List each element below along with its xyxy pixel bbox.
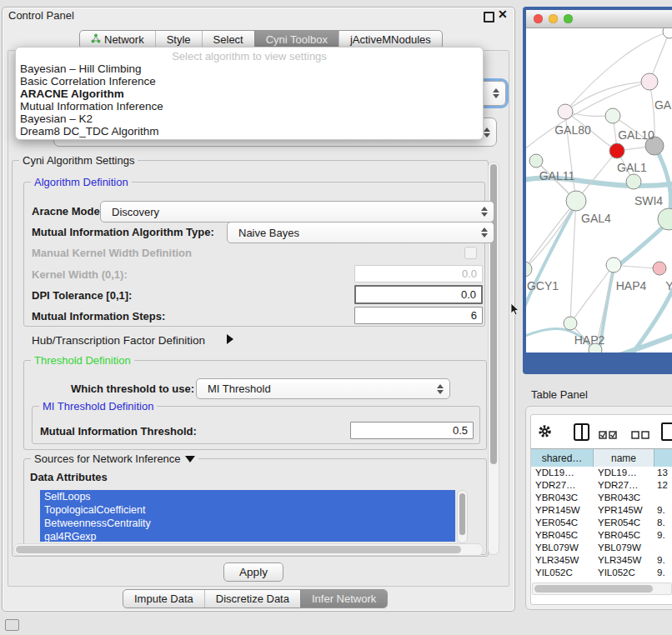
network-edge[interactable] [565,82,649,112]
table-cell[interactable]: YDL19… [535,468,574,478]
chevron-down-icon[interactable] [185,456,195,462]
file-icon[interactable] [661,422,672,441]
window-minimize-icon[interactable] [549,14,558,23]
table-cell[interactable]: YER054C [598,518,640,528]
tab-network[interactable]: Network [80,31,155,48]
select-all-checkboxes-icon[interactable] [599,428,618,442]
mi-steps-input[interactable]: 6 [354,307,483,324]
list-item-topologicalcoefficient[interactable]: TopologicalCoefficient [40,503,455,517]
table-cell[interactable]: YBR045C [598,530,640,540]
network-node[interactable] [526,262,532,277]
network-canvas[interactable]: GALGAL80GAL10GAL1GAL11SWI4GAL4GCY1HAP4YH… [526,28,672,352]
gear-icon[interactable] [538,424,552,442]
network-node[interactable] [626,174,641,189]
column-header-name[interactable]: name [594,448,654,468]
table-cell[interactable]: YDR27… [598,480,639,490]
tab-impute-data[interactable]: Impute Data [123,590,204,608]
table-cell[interactable]: 9. [657,530,665,540]
attributes-list-scrollbar-thumb[interactable] [459,493,465,535]
data-attributes-list[interactable]: SelfLoops TopologicalCoefficient Between… [40,490,455,542]
list-item-betweennesscentrality[interactable]: BetweennessCentrality [40,517,455,530]
tab-cyni-toolbox[interactable]: Cyni Toolbox [254,31,339,48]
table-cell[interactable]: YDR27… [535,480,576,490]
table-cell[interactable]: 9. [657,568,665,578]
column-header-partial[interactable] [654,448,672,468]
popup-item-mutual-information[interactable]: Mutual Information Inference [20,100,479,112]
dpi-tolerance-input[interactable]: 0.0 [354,285,483,304]
apply-button[interactable]: Apply [223,562,283,582]
network-node[interactable] [609,143,624,158]
table-cell[interactable]: 13 [657,468,668,478]
table-cell[interactable]: YPR145W [535,505,580,515]
network-node[interactable] [658,208,672,230]
collapsed-panel-icon[interactable] [5,619,19,631]
table-hscrollbar-thumb[interactable] [534,585,653,592]
network-node[interactable] [663,28,672,38]
network-edge[interactable] [526,82,649,153]
table-cell[interactable]: YBR043C [598,492,640,502]
window-close-icon[interactable] [534,14,543,23]
network-edge[interactable] [526,203,576,318]
table-cell[interactable]: YIL052C [535,568,573,578]
table-rows: YDL19… YDL19… 13 YDR27… YDR27… 12 YBR043… [531,467,672,578]
network-node[interactable] [529,154,543,168]
popup-item-aracne[interactable]: ARACNE Algorithm [20,88,479,100]
manual-kernel-width-label: Manual Kernel Width Definition [32,247,192,259]
network-edge[interactable] [526,201,576,269]
deselect-all-checkboxes-icon[interactable] [631,428,650,442]
columns-icon[interactable] [574,423,589,441]
column-header-shared-name[interactable]: shared… [531,448,594,468]
network-node[interactable] [558,104,573,119]
settings-hscrollbar-thumb[interactable] [16,546,461,553]
tab-style[interactable]: Style [155,31,202,48]
table-cell[interactable]: YBL079W [598,542,641,552]
table-cell[interactable]: YER054C [535,518,578,528]
table-cell[interactable]: YPR145W [598,505,643,515]
popup-item-bayesian-k2[interactable]: Bayesian – K2 [20,112,479,125]
table-cell[interactable]: YIL052C [598,568,635,578]
chevron-right-icon[interactable] [227,334,233,344]
list-item-gal4rgexp[interactable]: gal4RGexp [40,530,455,542]
network-edge[interactable] [570,201,576,323]
network-node[interactable] [605,108,620,123]
kernel-width-input[interactable]: 0.0 [354,265,483,282]
mi-algorithm-type-combo[interactable]: Naive Bayes [227,222,494,243]
settings-hscrollbar[interactable] [13,543,484,556]
table-cell[interactable]: 12 [657,480,668,490]
table-cell[interactable]: YBR045C [535,530,578,540]
network-node-label: GAL [654,98,672,112]
network-node[interactable] [653,262,666,275]
window-zoom-icon[interactable] [564,14,573,23]
mi-threshold-input[interactable]: 0.5 [350,422,474,439]
network-edge[interactable] [526,203,576,269]
manual-kernel-width-checkbox[interactable] [464,247,477,259]
close-panel-icon[interactable]: ✕ [498,8,508,21]
network-node[interactable] [566,191,586,211]
network-node[interactable] [606,258,621,272]
attributes-list-scrollbar[interactable] [457,490,468,543]
table-cell[interactable]: YLR345W [535,555,579,565]
network-node[interactable] [564,317,577,330]
table-cell[interactable]: YBL079W [535,542,579,552]
table-hscrollbar[interactable] [532,582,672,595]
network-node[interactable] [641,73,658,90]
table-cell[interactable]: YDL19… [598,468,637,478]
popup-item-basic-correlation[interactable]: Basic Correlation Inference [20,75,479,88]
list-item-selfloops[interactable]: SelfLoops [40,490,455,503]
table-cell[interactable]: 9. [657,505,665,515]
aracne-mode-combo[interactable]: Discovery [100,201,494,222]
table-cell[interactable]: 9. [657,555,665,565]
table-cell[interactable]: YBR043C [535,492,578,502]
table-cell[interactable]: YLR345W [598,555,641,565]
tab-discretize-data[interactable]: Discretize Data [204,590,300,608]
float-window-icon[interactable] [484,12,494,22]
popup-item-bayesian-hill-climbing[interactable]: Bayesian – Hill Climbing [20,62,479,75]
tab-select[interactable]: Select [202,31,254,48]
tab-jactivemnodules[interactable]: jActiveMNodules [339,31,442,48]
tab-infer-network[interactable]: Infer Network [300,590,387,608]
network-edge[interactable] [617,222,669,267]
table-cell[interactable]: 8. [657,518,665,528]
popup-item-dream8[interactable]: Dream8 DC_TDC Algorithm [20,125,479,138]
network-window-titlebar[interactable] [526,10,672,28]
which-threshold-combo[interactable]: MI Threshold [196,378,450,399]
